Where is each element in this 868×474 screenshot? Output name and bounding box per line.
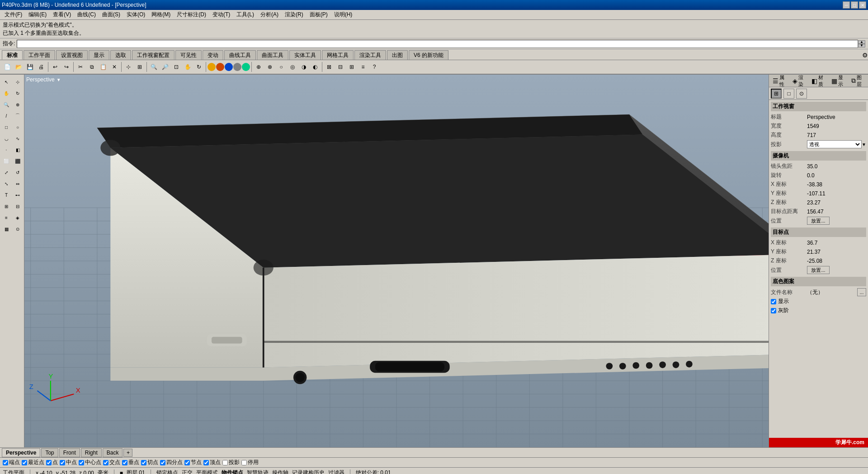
tab-display[interactable]: 显示 <box>89 50 109 60</box>
rp-icon-object[interactable]: □ <box>783 89 794 99</box>
tab-mesh-tools[interactable]: 网格工具 <box>322 50 354 60</box>
sb-snap-history[interactable]: 记录建构历史 <box>292 469 325 474</box>
delete-btn[interactable]: ✕ <box>109 62 120 72</box>
dim3-btn[interactable]: ⊞ <box>346 62 357 72</box>
lt-select2-btn[interactable]: ⊹ <box>12 76 23 87</box>
rp-tab-display[interactable]: ▦ 显示 <box>830 73 848 89</box>
dim2-btn[interactable]: ⊟ <box>335 62 346 72</box>
menu-help[interactable]: 说明(H) <box>331 10 355 19</box>
print-btn[interactable]: 🖨 <box>36 62 47 72</box>
menu-curve[interactable]: 曲线(C) <box>75 10 99 19</box>
sb-snap-object[interactable]: 物件锁点 <box>222 469 243 474</box>
lt-rotate-btn[interactable]: ↺ <box>12 167 23 178</box>
snap-cb-disable[interactable] <box>241 460 247 465</box>
lt-zoom-btn[interactable]: 🔍 <box>1 99 12 110</box>
undo-btn[interactable]: ↩ <box>50 62 61 72</box>
shaded-btn[interactable] <box>225 63 233 71</box>
bt-add-btn[interactable]: + <box>123 449 132 457</box>
snap-cb-knot[interactable] <box>184 460 190 465</box>
menu-tools[interactable]: 工具(L) <box>234 10 257 19</box>
menu-file[interactable]: 文件(F) <box>2 10 25 19</box>
rp-tab-layers[interactable]: ⧉ 图层 <box>849 73 866 89</box>
tab-setview[interactable]: 设置视图 <box>56 50 88 60</box>
menu-view[interactable]: 查看(V) <box>50 10 74 19</box>
lt-point-btn[interactable]: · <box>1 144 12 155</box>
bt-tab-right[interactable]: Right <box>81 448 102 457</box>
projection-dropdown-icon[interactable]: ▼ <box>862 142 866 147</box>
snap-cb-nearest[interactable] <box>22 460 27 465</box>
snap-cb-tan[interactable] <box>141 460 146 465</box>
snap1-btn[interactable]: ⊕ <box>253 62 264 72</box>
menu-surface[interactable]: 曲面(S) <box>99 10 123 19</box>
menu-edit[interactable]: 编辑(E) <box>26 10 49 19</box>
wireframe-btn[interactable] <box>208 63 216 71</box>
lt-surf-btn[interactable]: ◧ <box>12 144 23 155</box>
menu-analyze[interactable]: 分析(A) <box>258 10 281 19</box>
select-all-btn[interactable]: ⊞ <box>134 62 145 72</box>
rp-tab-render[interactable]: ◈ 渲染 <box>791 73 808 89</box>
zoom-out-btn[interactable]: 🔎 <box>160 62 170 72</box>
rp-btn-bg-file[interactable]: ... <box>857 288 866 296</box>
lt-zoom2-btn[interactable]: ⊕ <box>12 99 23 110</box>
sb-snap-op-axis[interactable]: 操作轴 <box>272 469 288 474</box>
maximize-button[interactable]: □ <box>851 1 858 9</box>
viewport-name[interactable]: Perspective <box>26 76 55 83</box>
snap6-btn[interactable]: ◐ <box>310 62 321 72</box>
snap-cb-quad[interactable] <box>160 460 165 465</box>
lt-extrude-btn[interactable]: ⬜ <box>1 156 12 166</box>
lt-group-btn[interactable]: ⊞ <box>1 201 12 212</box>
layer-btn[interactable]: ≡ <box>358 62 368 72</box>
menu-mesh[interactable]: 网格(M) <box>149 10 173 19</box>
menu-solid[interactable]: 实体(O) <box>124 10 148 19</box>
sb-snap-fixed[interactable]: 锁定格点 <box>156 469 178 474</box>
zoom-in-btn[interactable]: 🔍 <box>148 62 159 72</box>
tab-render-tools[interactable]: 渲染工具 <box>354 50 386 60</box>
lt-array-btn[interactable]: ⊟ <box>12 201 23 212</box>
lt-arc-btn[interactable]: ◡ <box>1 133 12 144</box>
sb-snap-plane[interactable]: 平面模式 <box>196 469 218 474</box>
snap-cb-endpoint[interactable] <box>3 460 8 465</box>
snap4-btn[interactable]: ◎ <box>287 62 298 72</box>
ghosted-btn[interactable] <box>233 63 241 71</box>
snap2-btn[interactable]: ⊗ <box>264 62 275 72</box>
lt-poly-btn[interactable]: ⌒ <box>12 110 23 121</box>
tab-select[interactable]: 选取 <box>110 50 131 60</box>
snap3-btn[interactable]: ○ <box>276 62 287 72</box>
lt-circle-btn[interactable]: ○ <box>12 122 23 133</box>
cmd-input[interactable] <box>17 40 858 48</box>
rp-btn-tgt-pos[interactable]: 放置... <box>807 266 830 274</box>
rp-select-projection[interactable]: 透视 平行 <box>807 140 862 148</box>
menu-panel[interactable]: 面板(P) <box>307 10 330 19</box>
minimize-button[interactable]: ─ <box>843 1 850 9</box>
pan-btn[interactable]: ✋ <box>182 62 193 72</box>
ribbon-settings-icon[interactable]: ⚙ <box>862 52 868 59</box>
tab-v6-new[interactable]: V6 的新功能 <box>409 50 448 60</box>
menu-render[interactable]: 渲染(R) <box>282 10 306 19</box>
lt-solid-btn[interactable]: ⬛ <box>12 156 23 166</box>
snap-cb-vertex[interactable] <box>203 460 209 465</box>
snap-cb-intersect[interactable] <box>103 460 108 465</box>
snap-cb-center[interactable] <box>79 460 84 465</box>
bt-tab-perspective[interactable]: Perspective <box>2 448 40 457</box>
cut-btn[interactable]: ✂ <box>75 62 86 72</box>
bt-tab-back[interactable]: Back <box>103 448 123 457</box>
menu-dim[interactable]: 尺寸标注(D) <box>174 10 209 19</box>
bt-tab-front[interactable]: Front <box>59 448 80 457</box>
menu-transform[interactable]: 变动(T) <box>210 10 233 19</box>
lt-orbit-btn[interactable]: ↻ <box>12 88 23 99</box>
sb-snap-smart[interactable]: 智慧轨迹 <box>247 469 269 474</box>
open-btn[interactable]: 📂 <box>13 62 24 72</box>
bt-tab-top[interactable]: Top <box>41 448 58 457</box>
cmd-arrow-down[interactable]: ▼ <box>858 44 865 47</box>
tab-solid-tools[interactable]: 实体工具 <box>289 50 321 60</box>
rendered-btn[interactable] <box>216 63 224 71</box>
snap-cb-perp[interactable] <box>122 460 127 465</box>
lt-camera-btn[interactable]: ⊙ <box>12 223 23 234</box>
sb-snap-ortho[interactable]: 正交 <box>182 469 193 474</box>
tab-curve-tools[interactable]: 曲线工具 <box>224 50 256 60</box>
tab-transform[interactable]: 变动 <box>203 50 223 60</box>
lt-render-btn[interactable]: ◈ <box>12 212 23 223</box>
tab-visibility[interactable]: 可见性 <box>175 50 202 60</box>
help-btn[interactable]: ? <box>369 62 380 72</box>
lt-move-btn[interactable]: ⤢ <box>1 167 12 178</box>
